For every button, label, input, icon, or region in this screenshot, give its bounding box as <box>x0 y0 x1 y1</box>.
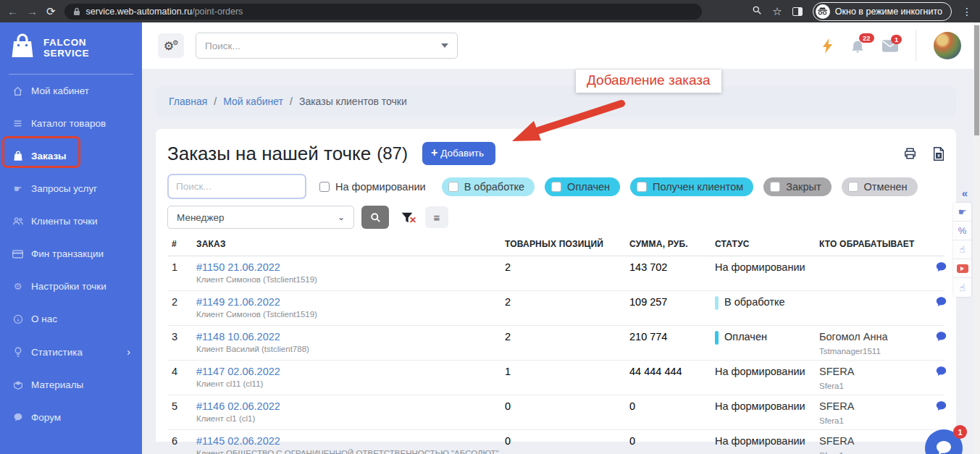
scrollbar-thumb[interactable] <box>974 25 979 135</box>
row-chat-icon[interactable] <box>935 400 952 414</box>
order-status: Оплачен <box>724 331 767 342</box>
order-link[interactable]: #1145 02.06.2022 <box>196 435 280 447</box>
checkbox[interactable] <box>448 182 458 192</box>
sidebar-item-label: Фин транзакции <box>31 248 104 259</box>
sidebar-item-my-cabinet[interactable]: Мой кабинет <box>0 75 142 107</box>
order-sum: 0 <box>629 400 715 412</box>
browser-forward-button[interactable]: → <box>27 5 38 17</box>
row-chat-icon[interactable] <box>935 296 952 310</box>
incognito-badge: Окно в режиме инкогнито <box>813 2 952 21</box>
filter-closed[interactable]: Закрыт <box>763 177 831 196</box>
checkbox[interactable] <box>637 182 647 192</box>
avatar[interactable] <box>934 32 961 59</box>
col-header-num: # <box>172 239 196 249</box>
order-link[interactable]: #1149 21.06.2022 <box>196 296 280 308</box>
browser-toolbar: ← → ⟳ service.web-automation.ru/point-or… <box>0 0 980 22</box>
order-link[interactable]: #1146 02.06.2022 <box>196 400 280 412</box>
global-search-combobox[interactable] <box>196 33 458 59</box>
hand-up-icon[interactable]: ☝ <box>953 240 971 259</box>
side-panel-icon[interactable] <box>792 7 803 16</box>
sidebar-item-label: Мой кабинет <box>31 85 89 96</box>
manager-name: Богомол Анна <box>819 331 935 342</box>
sidebar-item-orders[interactable]: Заказы <box>0 140 142 172</box>
checkbox[interactable] <box>319 182 330 192</box>
print-icon[interactable] <box>903 147 917 161</box>
filter-processing[interactable]: В обработке <box>442 177 535 196</box>
sidebar-item-statistics[interactable]: Статистика › <box>0 335 142 369</box>
orders-count: (87) <box>377 143 408 164</box>
add-order-button[interactable]: + Добавить <box>422 142 495 165</box>
table-row: 5 #1146 02.06.2022 Клиент cl1 (cl1) 0 0 … <box>167 395 945 430</box>
bulb-icon <box>12 347 24 358</box>
row-chat-icon[interactable] <box>935 366 952 379</box>
rail-collapse-icon[interactable]: « <box>962 187 968 199</box>
youtube-icon[interactable] <box>953 259 971 278</box>
messages-mail-icon[interactable]: 1 <box>882 40 898 52</box>
filter-paid[interactable]: Оплачен <box>545 177 620 196</box>
columns-menu-button[interactable]: ≡ <box>425 206 448 228</box>
filter-received[interactable]: Получен клиентом <box>630 177 753 196</box>
sidebar-item-forum[interactable]: Форум <box>0 401 142 434</box>
sidebar-item-materials[interactable]: Материалы <box>0 369 142 401</box>
order-link[interactable]: #1147 02.06.2022 <box>196 366 280 377</box>
manager-select[interactable]: Менеджер ⌄ <box>167 206 354 229</box>
point-hand-icon[interactable]: ☛ <box>953 203 971 222</box>
order-items-count: 2 <box>505 261 629 273</box>
chevron-right-icon: › <box>127 346 130 358</box>
bookmark-star-icon[interactable]: ☆ <box>772 5 782 18</box>
row-number: 1 <box>172 261 196 273</box>
order-client: Клиент cl11 (cl11) <box>196 379 505 388</box>
url-path: /point-orders <box>192 7 243 17</box>
lightning-icon[interactable] <box>822 38 833 54</box>
filter-label: Получен клиентом <box>653 181 743 193</box>
brand-name: FALCON SERVICE <box>43 37 132 59</box>
orders-search-input[interactable] <box>167 174 306 199</box>
percent-icon[interactable]: % <box>953 222 971 240</box>
chevron-down-icon[interactable] <box>441 43 448 48</box>
status-color-bar <box>715 296 719 310</box>
global-search-input[interactable] <box>205 41 441 51</box>
browser-menu-icon[interactable]: ⋮ <box>962 6 973 17</box>
apply-search-button[interactable] <box>361 206 389 229</box>
manager-select-value: Менеджер <box>177 212 225 223</box>
checkbox[interactable] <box>551 182 561 192</box>
sidebar-item-label: Каталог товаров <box>31 118 106 129</box>
address-bar[interactable]: service.web-automation.ru/point-orders <box>64 4 702 20</box>
notifications-bell-icon[interactable]: 22 <box>850 38 865 54</box>
sidebar-item-point-settings[interactable]: ⚙ Настройки точки <box>0 270 142 303</box>
sidebar-item-fin-transactions[interactable]: Фин транзакции <box>0 237 142 270</box>
order-client: Клиент cl1 (cl1) <box>196 414 505 423</box>
browser-search-icon[interactable] <box>752 5 762 18</box>
checkbox[interactable] <box>848 182 858 192</box>
brand[interactable]: FALCON SERVICE <box>0 22 142 74</box>
settings-gear-button[interactable]: ⚙⚙ <box>158 33 184 58</box>
order-link[interactable]: #1148 10.06.2022 <box>196 331 280 342</box>
brand-bag-icon <box>10 33 35 63</box>
page-content: Главная / Мой кабинет / Заказы клиентов … <box>142 69 980 454</box>
sidebar-item-point-clients[interactable]: Клиенты точки <box>0 205 142 237</box>
row-chat-icon[interactable] <box>935 331 952 345</box>
manager-name: SFERA <box>819 400 935 412</box>
breadcrumb-cabinet-link[interactable]: Мой кабинет <box>223 96 283 107</box>
page-scrollbar[interactable] <box>973 22 980 454</box>
order-status: На формировании <box>715 261 805 273</box>
browser-back-button[interactable]: ← <box>7 5 18 17</box>
palm-hand-icon[interactable]: ☝ <box>953 278 971 297</box>
filter-cancelled[interactable]: Отменен <box>842 177 918 196</box>
filter-forming[interactable]: На формировании <box>319 181 426 193</box>
sidebar-item-about[interactable]: О нас <box>0 303 142 335</box>
breadcrumb-home-link[interactable]: Главная <box>169 96 207 107</box>
checkbox[interactable] <box>770 182 780 192</box>
table-row: 2 #1149 21.06.2022 Клиент Симонов (Tstcl… <box>167 291 945 326</box>
order-status: На формировании <box>715 400 805 412</box>
order-link[interactable]: #1150 21.06.2022 <box>196 261 280 273</box>
excel-export-icon[interactable]: x <box>933 147 945 161</box>
row-chat-icon[interactable] <box>935 261 952 275</box>
browser-reload-button[interactable]: ⟳ <box>46 5 56 18</box>
filter-label: Отменен <box>864 181 908 193</box>
sidebar-item-service-requests[interactable]: ☛ Запросы услуг <box>0 172 142 205</box>
manager-login: Sfera1 <box>819 416 935 425</box>
clear-filters-button[interactable]: ✕ <box>395 206 419 229</box>
lock-icon <box>73 7 80 16</box>
sidebar-item-catalog[interactable]: Каталог товаров <box>0 107 142 140</box>
